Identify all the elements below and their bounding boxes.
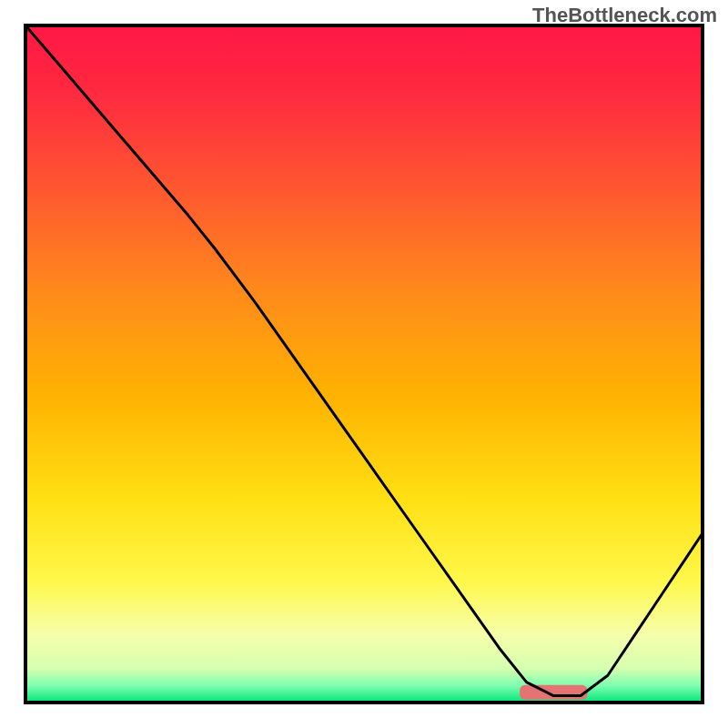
gradient-background [25,25,703,703]
optimal-marker [520,685,587,700]
watermark-text: TheBottleneck.com [532,4,717,27]
bottleneck-chart [0,0,728,728]
